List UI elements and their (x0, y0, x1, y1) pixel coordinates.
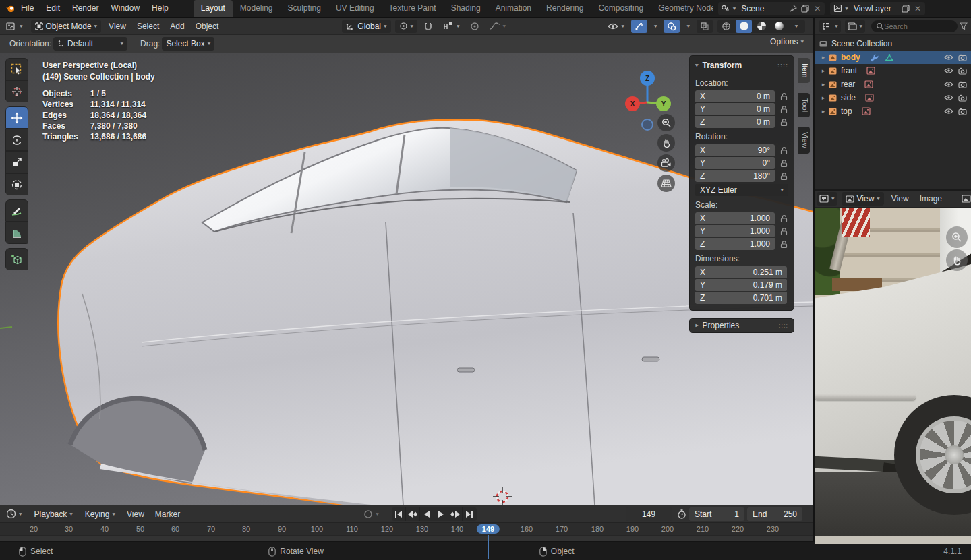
current-frame-field[interactable]: 149 (626, 507, 672, 521)
blender-logo-icon[interactable] (5, 4, 15, 13)
gizmo-y-axis[interactable]: Y (656, 96, 671, 111)
lock-icon[interactable] (779, 118, 788, 127)
image-data-icon[interactable] (862, 107, 871, 115)
dimensions-z-field[interactable]: Z0.701 m (695, 292, 787, 304)
tool-annotate[interactable] (5, 199, 28, 222)
orientation-default-dropdown[interactable]: Default▾ (53, 37, 127, 51)
location-x-field[interactable]: X0 m (695, 90, 775, 102)
frame-start-field[interactable]: Start1 (689, 507, 744, 521)
modifier-wrench-icon[interactable] (870, 53, 879, 62)
image-editor-type-button[interactable]: ▾ (817, 192, 837, 206)
proportional-editing-icon[interactable] (467, 20, 483, 33)
tab-shading[interactable]: Shading (444, 0, 488, 17)
image-menu-image[interactable]: Image (914, 194, 947, 204)
tool-transform[interactable] (5, 173, 28, 195)
transform-orientation-dropdown[interactable]: Global▾ (342, 20, 390, 33)
image-menu-view[interactable]: View (886, 194, 914, 204)
sidebar-tab-tool[interactable]: Tool (798, 93, 810, 117)
transform-panel-header[interactable]: ▾ Transform :::: (695, 59, 788, 74)
lock-icon[interactable] (779, 172, 788, 181)
disable-render-camera-icon[interactable] (958, 66, 967, 75)
tool-cursor[interactable] (5, 80, 28, 102)
image-data-icon[interactable] (865, 94, 874, 102)
tab-texture-paint[interactable]: Texture Paint (382, 0, 444, 17)
drag-mode-dropdown[interactable]: Select Box▾ (162, 37, 214, 51)
tab-rendering[interactable]: Rendering (539, 0, 591, 17)
pin-icon[interactable] (788, 4, 798, 13)
hide-eye-icon[interactable] (944, 53, 953, 62)
outliner-row-top[interactable]: ▸ top (815, 104, 971, 118)
menu-file[interactable]: File (15, 0, 40, 17)
tab-modeling[interactable]: Modeling (233, 0, 281, 17)
tab-geometry-nodes[interactable]: Geometry Nodes (651, 0, 713, 17)
shading-solid-button[interactable] (736, 20, 752, 33)
disable-render-camera-icon[interactable] (958, 93, 967, 102)
scene-selector[interactable]: ▾ Scene ✕ (718, 2, 825, 15)
sidebar-tab-item[interactable]: Item (798, 58, 810, 83)
outliner-editor-type-button[interactable]: ▾ (819, 20, 841, 33)
rotation-y-field[interactable]: Y0° (695, 157, 775, 169)
snap-target-dropdown[interactable]: ▾ (439, 20, 464, 33)
hide-eye-icon[interactable] (944, 93, 953, 102)
gizmo-minus-z-axis[interactable] (641, 119, 653, 131)
hide-eye-icon[interactable] (944, 80, 953, 89)
mode-dropdown[interactable]: Object Mode▾ (31, 20, 102, 33)
outliner-row-scene-collection[interactable]: Scene Collection (815, 37, 971, 51)
disable-render-camera-icon[interactable] (958, 53, 967, 62)
prev-keyframe-button[interactable] (406, 507, 420, 521)
proportional-falloff-dropdown[interactable]: ▾ (486, 20, 510, 33)
shading-rendered-button[interactable] (771, 20, 787, 33)
tool-move[interactable] (5, 106, 28, 129)
expand-caret-icon[interactable]: ▸ (819, 108, 828, 115)
tool-measure[interactable] (5, 222, 28, 244)
jump-to-start-button[interactable] (392, 507, 406, 521)
overlays-toggle[interactable] (664, 20, 680, 33)
disable-render-camera-icon[interactable] (958, 106, 967, 116)
gizmos-toggle[interactable] (631, 20, 647, 33)
timeline-menu-marker[interactable]: Marker (150, 509, 185, 519)
location-z-field[interactable]: Z0 m (695, 116, 775, 128)
timeline-editor-type-button[interactable]: ▾ (2, 507, 26, 521)
tab-sculpting[interactable]: Sculpting (281, 0, 328, 17)
lock-icon[interactable] (779, 214, 788, 223)
editor-type-button[interactable]: ▾ (2, 20, 27, 33)
scene-name[interactable]: Scene (738, 4, 786, 13)
outliner-row-body[interactable]: ▸ body (815, 51, 971, 64)
pan-hand-button[interactable] (657, 134, 675, 152)
playback-dropdown[interactable]: Playback▾ (30, 507, 77, 521)
image-datablock-icon[interactable] (962, 194, 971, 204)
expand-caret-icon[interactable]: ▸ (819, 94, 828, 101)
tool-scale[interactable] (5, 151, 28, 173)
pivot-point-dropdown[interactable]: ▾ (395, 20, 418, 33)
outliner-display-mode-dropdown[interactable]: ▾ (845, 20, 866, 33)
hide-eye-icon[interactable] (944, 66, 953, 75)
next-keyframe-button[interactable] (448, 507, 463, 521)
rotation-z-field[interactable]: Z180° (695, 170, 775, 182)
frame-end-field[interactable]: End250 (747, 507, 802, 521)
tab-animation[interactable]: Animation (488, 0, 539, 17)
dimensions-y-field[interactable]: Y0.179 m (695, 279, 787, 291)
lock-icon[interactable] (779, 105, 788, 114)
disable-render-camera-icon[interactable] (958, 80, 967, 89)
vp-menu-select[interactable]: Select (131, 22, 165, 31)
camera-view-button[interactable] (657, 154, 675, 172)
image-pan-button[interactable] (946, 249, 968, 271)
stopwatch-icon[interactable] (677, 509, 686, 519)
viewlayer-selector[interactable]: ▾ ViewLayer ✕ (830, 2, 925, 15)
menu-window[interactable]: Window (105, 0, 146, 17)
tab-compositing[interactable]: Compositing (591, 0, 651, 17)
filter-icon[interactable] (959, 22, 968, 31)
shading-wireframe-button[interactable] (718, 20, 734, 33)
new-viewlayer-icon[interactable] (901, 4, 910, 13)
play-reverse-button[interactable] (420, 507, 434, 521)
lock-icon[interactable] (779, 146, 788, 155)
vp-menu-object[interactable]: Object (190, 22, 225, 31)
timeline-scroll-strip[interactable] (0, 535, 813, 541)
rotation-mode-dropdown[interactable]: XYZ Euler▾ (695, 184, 788, 196)
scale-z-field[interactable]: Z1.000 (695, 238, 775, 250)
vp-menu-add[interactable]: Add (165, 22, 189, 31)
play-button[interactable] (434, 507, 448, 521)
tool-add-cube[interactable] (5, 248, 28, 270)
outliner-row-side[interactable]: ▸ side (815, 91, 971, 104)
location-y-field[interactable]: Y0 m (695, 103, 775, 115)
